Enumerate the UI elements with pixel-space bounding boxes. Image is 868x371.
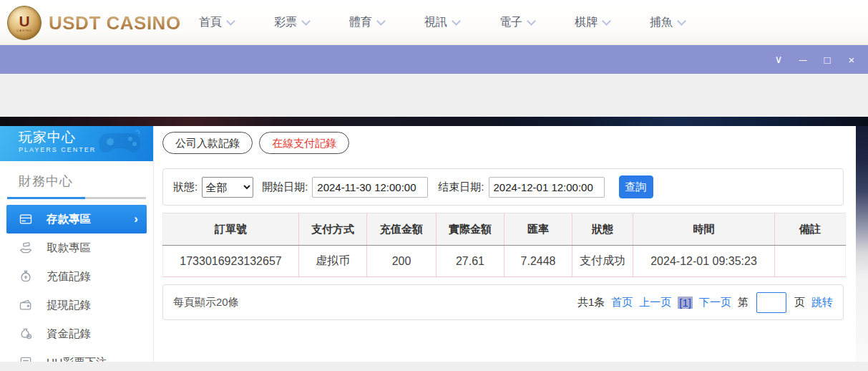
window-dropdown-icon[interactable]: ∨	[766, 53, 791, 66]
brand-name: USDT CASINO	[49, 12, 181, 34]
sidebar-item-deposit[interactable]: 存款專區 ›	[6, 205, 147, 233]
window-title-bar: ∨ ─ □ ×	[0, 45, 868, 74]
decor-banner-strip	[0, 117, 868, 126]
nav-item-fishing[interactable]: 捕魚	[630, 0, 705, 44]
col-order-no: 訂單號	[163, 213, 299, 246]
brand-ball-icon: U CASINO	[7, 6, 42, 40]
nav-item-home[interactable]: 首頁	[179, 0, 254, 44]
nav-label: 視訊	[424, 15, 447, 30]
col-time: 時間	[633, 213, 775, 246]
lottery-ticket-icon	[19, 355, 33, 362]
col-recharge-amount: 充值金額	[367, 213, 437, 246]
tab-online-payment-record[interactable]: 在線支付記錄	[259, 132, 349, 154]
sidebar-section-title: 財務中心	[19, 173, 153, 190]
content-panel: 玩家中心 PLAYERS CENTER 財務中心 存款專區	[0, 126, 856, 362]
col-remark: 備註	[775, 213, 846, 246]
nav-item-sports[interactable]: 體育	[329, 0, 404, 44]
nav-label: 棋牌	[575, 15, 598, 30]
chevron-down-icon	[527, 16, 536, 26]
jump-suffix-label: 页	[794, 296, 805, 309]
page-jump-input[interactable]	[756, 292, 786, 313]
cell-actual-amount: 27.61	[437, 246, 504, 277]
search-button[interactable]: 查詢	[619, 175, 653, 198]
status-label: 狀態:	[173, 180, 198, 194]
sidebar-item-label: 存款專區	[47, 212, 91, 227]
nav-item-video[interactable]: 視訊	[404, 0, 479, 44]
cell-status: 支付成功	[572, 246, 633, 277]
sidebar-item-label: 資金記錄	[47, 327, 91, 342]
chevron-right-icon: ›	[134, 213, 138, 225]
deposit-card-icon	[19, 212, 33, 226]
col-actual-amount: 實際金額	[437, 213, 504, 246]
withdrawal-wallet-icon	[19, 298, 33, 312]
sidebar-item-label: 取款專區	[47, 241, 91, 256]
sidebar-header: 玩家中心 PLAYERS CENTER	[0, 126, 153, 161]
status-select[interactable]: 全部	[202, 177, 253, 198]
sidebar-item-label: HH彩票下注	[47, 355, 107, 362]
start-date-input[interactable]	[312, 177, 428, 198]
nav-label: 體育	[349, 15, 372, 30]
window-maximize-icon[interactable]: □	[815, 54, 839, 66]
top-navbar: U CASINO USDT CASINO 首頁 彩票 體育 視訊 電子 棋牌 捕…	[0, 0, 868, 45]
cell-remark	[775, 246, 846, 277]
page-size-text: 每頁顯示20條	[173, 296, 239, 309]
pager: 共1条 首页 上一页 [1] 下一页 第 页 跳转	[577, 292, 833, 313]
decor-right-strip	[856, 126, 868, 362]
sidebar-item-withdraw[interactable]: 取款專區	[0, 233, 153, 262]
tab-company-deposit-record[interactable]: 公司入款記錄	[162, 132, 253, 154]
sidebar-item-hh-lottery-bets[interactable]: HH彩票下注	[0, 348, 153, 362]
chevron-down-icon	[677, 16, 686, 26]
col-payment-method: 支付方式	[299, 213, 367, 246]
col-exchange-rate: 匯率	[504, 213, 572, 246]
window-close-icon[interactable]: ×	[839, 54, 864, 66]
jump-prefix-label: 第	[738, 296, 748, 309]
cell-order-no: 1733016923132657	[163, 246, 299, 277]
sidebar-section-underline	[7, 197, 146, 199]
sidebar-item-withdrawal-records[interactable]: 提現記錄	[0, 291, 153, 319]
gamepad-icon	[94, 129, 146, 158]
nav-label: 首頁	[199, 15, 222, 30]
cell-payment-method: 虚拟币	[299, 246, 367, 277]
table-header-row: 訂單號 支付方式 充值金額 實際金額 匯率 狀態 時間 備註	[163, 213, 846, 246]
cell-exchange-rate: 7.2448	[504, 246, 572, 277]
prev-page-link[interactable]: 上一页	[639, 296, 671, 309]
chevron-down-icon	[602, 16, 611, 26]
total-count-text: 共1条	[577, 296, 605, 309]
sidebar-item-label: 充值記錄	[47, 269, 91, 284]
filter-bar: 狀態: 全部 開始日期: 结束日期: 查詢	[162, 168, 844, 206]
brand-ball-subtext: CASINO	[16, 29, 31, 32]
next-page-link[interactable]: 下一页	[699, 296, 731, 309]
sidebar-item-recharge-records[interactable]: 充值記錄	[0, 262, 153, 291]
nav-item-slots[interactable]: 電子	[479, 0, 555, 44]
cell-recharge-amount: 200	[367, 246, 437, 277]
main-area: 公司入款記錄 在線支付記錄 狀態: 全部 開始日期: 结束日期: 查詢	[154, 126, 856, 362]
recharge-moneybag-icon	[19, 269, 33, 284]
window-minimize-icon[interactable]: ─	[791, 54, 815, 66]
chevron-down-icon	[301, 16, 311, 26]
main-nav: 首頁 彩票 體育 視訊 電子 棋牌 捕魚	[179, 0, 705, 44]
jump-button[interactable]: 跳转	[811, 296, 833, 309]
chevron-down-icon	[452, 16, 461, 26]
end-date-input[interactable]	[489, 177, 605, 198]
col-status: 狀態	[572, 213, 633, 246]
chevron-down-icon	[226, 16, 235, 26]
record-tabs: 公司入款記錄 在線支付記錄	[162, 132, 856, 154]
app-window: U CASINO USDT CASINO 首頁 彩票 體育 視訊 電子 棋牌 捕…	[0, 0, 868, 371]
current-page-indicator[interactable]: [1]	[678, 297, 693, 309]
withdraw-hand-icon	[19, 241, 33, 255]
chevron-down-icon	[376, 16, 386, 26]
first-page-link[interactable]: 首页	[611, 296, 633, 309]
sidebar: 玩家中心 PLAYERS CENTER 財務中心 存款專區	[0, 126, 154, 362]
sidebar-item-label: 提現記錄	[47, 298, 91, 313]
nav-item-lottery[interactable]: 彩票	[254, 0, 329, 44]
brand-logo[interactable]: U CASINO USDT CASINO	[7, 6, 181, 40]
table-row: 1733016923132657 虚拟币 200 27.61 7.2448 支付…	[163, 246, 846, 277]
end-date-label: 结束日期:	[438, 180, 484, 194]
sidebar-menu: 存款專區 › 取款專區 充值記錄	[0, 205, 153, 362]
funds-bag-icon	[19, 327, 33, 341]
nav-label: 彩票	[274, 15, 297, 30]
nav-item-boardgames[interactable]: 棋牌	[555, 0, 630, 44]
records-table: 訂單號 支付方式 充值金額 實際金額 匯率 狀態 時間 備註 173301692…	[162, 213, 846, 277]
sidebar-item-funds-records[interactable]: 資金記錄	[0, 319, 153, 348]
pagination-bar: 每頁顯示20條 共1条 首页 上一页 [1] 下一页 第 页 跳转	[162, 284, 844, 320]
